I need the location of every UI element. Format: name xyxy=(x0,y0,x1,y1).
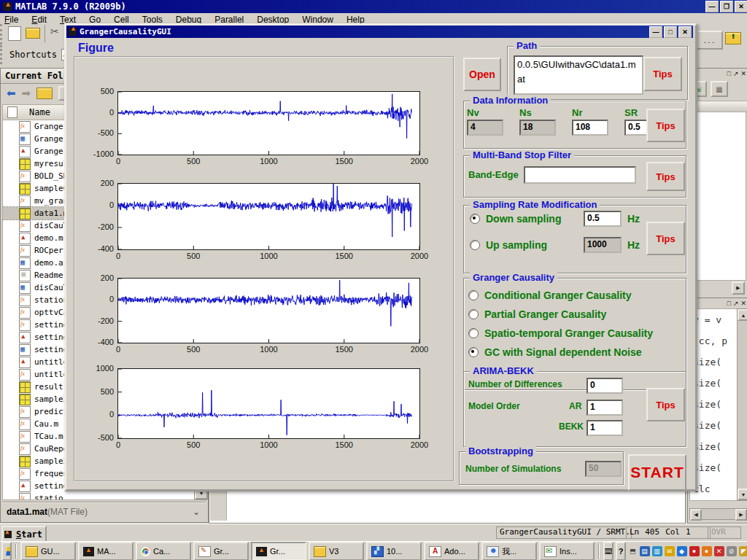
path-tips-button[interactable]: Tips xyxy=(643,57,682,91)
file-type-icon xyxy=(19,121,31,133)
matlab-start-button[interactable]: ▲ Start xyxy=(1,526,47,542)
cut-icon[interactable]: ✂ xyxy=(50,26,59,37)
tray-icon[interactable]: ◆ xyxy=(677,546,687,556)
history-item[interactable]: size( xyxy=(693,394,740,415)
tray-icon[interactable]: ▥ xyxy=(652,546,662,556)
open-file-icon[interactable] xyxy=(26,28,40,39)
maximize-button[interactable]: □ xyxy=(664,26,677,38)
forward-icon[interactable]: ➡ xyxy=(22,87,31,100)
taskbar-app-button[interactable]: Ins... xyxy=(539,542,595,560)
minimize-button[interactable]: — xyxy=(649,26,662,38)
history-item[interactable]: [cc, p xyxy=(693,330,740,351)
num-differences-field[interactable]: 0 xyxy=(587,378,623,394)
tray-icon[interactable]: ● xyxy=(689,546,700,556)
sampling-option-label[interactable]: Down sampling xyxy=(486,213,578,225)
keyboard-icon[interactable]: ⌨ xyxy=(603,542,614,560)
tray-expand-icon[interactable]: ⬒ xyxy=(630,548,636,555)
sampling-rate-field[interactable]: 0.5 xyxy=(584,211,622,227)
restore-button[interactable]: ❐ xyxy=(720,1,733,12)
undock-icon[interactable]: ↗ xyxy=(733,70,739,77)
file-name: setting xyxy=(34,332,68,342)
bekk-order-field[interactable]: 1 xyxy=(587,420,623,436)
name-column-header[interactable]: Name xyxy=(29,107,50,117)
taskbar-app-button[interactable]: GU... xyxy=(20,542,76,560)
history-hscrollbar[interactable]: ◀ ▶ xyxy=(689,508,747,520)
granger-option-label[interactable]: Conditional Granger Causality xyxy=(484,289,631,301)
windows-start-button[interactable]: 开始 xyxy=(1,542,12,560)
taskbar-app-button[interactable]: Ca... xyxy=(136,542,191,560)
undock-icon[interactable]: ↗ xyxy=(733,300,739,307)
file-list-item[interactable]: statio xyxy=(3,492,194,500)
history-item[interactable]: clc xyxy=(693,478,740,499)
help-icon[interactable]: ? xyxy=(616,542,626,560)
radio-icon[interactable] xyxy=(468,347,479,357)
history-item[interactable]: y = v xyxy=(693,309,740,330)
radio-icon[interactable] xyxy=(468,328,479,338)
stack-icon[interactable]: ▦ xyxy=(711,81,728,97)
scroll-up-icon[interactable]: ▲ xyxy=(738,309,747,321)
tray-icon[interactable]: ● xyxy=(702,546,712,556)
new-file-icon[interactable] xyxy=(8,26,21,41)
radio-icon[interactable] xyxy=(468,290,479,300)
history-item[interactable]: size( xyxy=(693,436,740,457)
browse-folder-button[interactable]: . . . xyxy=(695,31,723,50)
tray-icon[interactable]: ▤ xyxy=(640,546,650,556)
close-panel-icon[interactable]: ✕ xyxy=(740,70,746,77)
taskbar-app-button[interactable]: MA... xyxy=(78,542,133,560)
taskbar-app-button[interactable]: 我... xyxy=(481,542,537,560)
granger-option-label[interactable]: Partial Granger Causality xyxy=(484,308,606,320)
sampling-tips-button[interactable]: Tips xyxy=(646,222,685,255)
workspace-list[interactable] xyxy=(689,112,746,281)
radio-icon[interactable] xyxy=(468,309,479,319)
sampling-option-label[interactable]: Up sampling xyxy=(486,239,578,251)
dock-icon[interactable]: □ xyxy=(727,300,730,307)
minimize-button[interactable]: — xyxy=(705,1,719,12)
tray-icon[interactable]: ⊘ xyxy=(727,546,737,556)
close-button[interactable]: ✕ xyxy=(735,1,747,12)
tray-icon[interactable]: ✕ xyxy=(714,546,724,556)
taskbar-app-button[interactable]: Gr... xyxy=(251,542,306,560)
field-value[interactable]: 4 xyxy=(467,120,503,136)
granger-option-label[interactable]: Spatio-temporal Granger Causality xyxy=(484,327,653,339)
history-item[interactable]: size( xyxy=(693,373,740,394)
gui-titlebar[interactable]: ▲ GrangerCausalityGUI — □ ✕ xyxy=(66,26,693,38)
workspace-column-header[interactable]: △ xyxy=(689,101,747,112)
taskbar-app-button[interactable]: Ado... xyxy=(424,542,479,560)
radio-icon[interactable] xyxy=(470,214,480,224)
dock-icon[interactable]: □ xyxy=(727,70,730,77)
history-item[interactable]: size( xyxy=(693,351,740,373)
start-button[interactable]: START xyxy=(628,454,686,491)
scroll-right-icon[interactable]: ▶ xyxy=(732,281,745,295)
folder-up-icon[interactable]: ⬆ xyxy=(725,32,741,44)
filter-tips-button[interactable]: Tips xyxy=(646,162,685,191)
chevron-down-icon[interactable]: ⌄ xyxy=(193,507,200,517)
scroll-down-icon[interactable]: ▼ xyxy=(738,489,747,500)
arima-tips-button[interactable]: Tips xyxy=(646,388,685,421)
history-item[interactable]: size( xyxy=(693,415,740,436)
back-icon[interactable]: ⬅ xyxy=(7,87,16,100)
close-panel-icon[interactable]: ✕ xyxy=(740,300,746,307)
ar-order-field[interactable]: 1 xyxy=(587,400,623,416)
taskbar-app-button[interactable]: Gr... xyxy=(193,542,249,560)
num-simulations-field[interactable]: 50 xyxy=(585,461,622,477)
history-scrollbar[interactable]: ▲ ▼ xyxy=(737,308,747,501)
radio-icon[interactable] xyxy=(470,240,480,250)
scroll-right-icon[interactable]: ▶ xyxy=(735,509,747,521)
field-value[interactable]: 108 xyxy=(572,120,608,136)
scroll-left-icon[interactable]: ◀ xyxy=(690,509,702,521)
taskbar-app-button[interactable]: 10... xyxy=(366,542,422,560)
history-item[interactable]: size( xyxy=(693,457,740,478)
close-button[interactable]: ✕ xyxy=(678,26,692,38)
band-edge-field[interactable] xyxy=(524,166,636,184)
sampling-rate-field[interactable]: 1000 xyxy=(584,237,622,253)
data-info-tips-button[interactable]: Tips xyxy=(646,109,685,142)
open-button[interactable]: Open xyxy=(463,58,501,91)
tray-icon[interactable]: ◤ xyxy=(739,546,747,556)
tray-icon[interactable]: ✉ xyxy=(665,546,675,556)
granger-option-label[interactable]: GC with Signal dependent Noise xyxy=(484,346,641,358)
folder-icon[interactable] xyxy=(36,88,53,99)
path-field[interactable]: 0.0.5\GUIwithavGC\data1.mat xyxy=(514,55,643,95)
filter-panel-title: Multi-Band Stop Filter xyxy=(470,149,574,160)
taskbar-app-button[interactable]: V3 xyxy=(309,542,364,560)
field-value[interactable]: 18 xyxy=(519,120,556,136)
